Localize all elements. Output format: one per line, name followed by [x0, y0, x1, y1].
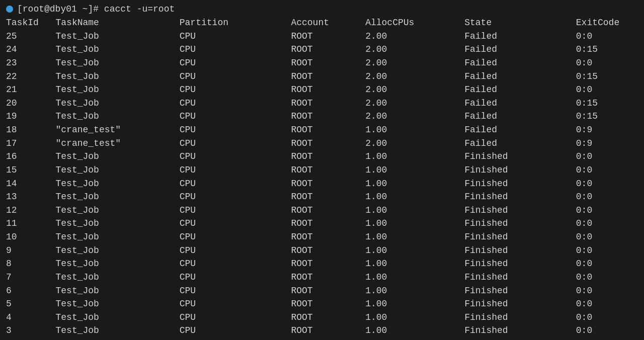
cell-exitcode: 0:0	[576, 257, 638, 271]
cell-alloccpus: 1.00	[365, 204, 464, 217]
cell-state: Failed	[464, 137, 576, 150]
cell-account: ROOT	[291, 150, 365, 163]
cell-exitcode: 0:9	[576, 123, 638, 137]
cell-partition: CPU	[180, 271, 291, 284]
cell-alloccpus: 1.00	[365, 244, 464, 258]
table-row: 7Test_JobCPUROOT1.00Finished0:0	[6, 271, 638, 284]
cell-alloccpus: 1.00	[365, 230, 464, 244]
cell-account: ROOT	[291, 257, 365, 271]
cell-taskid: 25	[6, 30, 56, 43]
cell-alloccpus: 1.00	[365, 297, 464, 311]
cell-alloccpus: 1.00	[365, 177, 464, 191]
cell-exitcode: 0:0	[576, 56, 638, 70]
table-row: 25Test_JobCPUROOT2.00Failed0:0	[6, 30, 638, 43]
cell-taskid: 16	[6, 150, 56, 163]
cell-partition: CPU	[180, 284, 291, 298]
cell-taskname: Test_Job	[56, 190, 180, 204]
cell-account: ROOT	[291, 244, 365, 258]
cell-exitcode: 0:0	[576, 177, 638, 191]
cell-account: ROOT	[291, 230, 365, 244]
cell-account: ROOT	[291, 163, 365, 177]
cell-taskname: Test_Job	[56, 56, 180, 70]
cell-exitcode: 0:15	[576, 97, 638, 110]
cell-partition: CPU	[180, 190, 291, 204]
table-row: 9Test_JobCPUROOT1.00Finished0:0	[6, 244, 638, 258]
cell-state: Finished	[464, 163, 576, 177]
cell-taskname: Test_Job	[56, 244, 180, 258]
cell-exitcode: 0:0	[576, 324, 638, 337]
table-row: 15Test_JobCPUROOT1.00Finished0:0	[6, 163, 638, 177]
cell-taskid: 20	[6, 97, 56, 110]
cell-exitcode: 0:9	[576, 137, 638, 150]
table-row: 5Test_JobCPUROOT1.00Finished0:0	[6, 297, 638, 311]
cell-taskid: 13	[6, 190, 56, 204]
cell-taskname: "crane_test"	[56, 123, 180, 137]
cell-account: ROOT	[291, 137, 365, 150]
cell-exitcode: 0:0	[576, 311, 638, 324]
cell-alloccpus: 2.00	[365, 70, 464, 83]
cell-taskname: Test_Job	[56, 204, 180, 217]
cell-taskid: 5	[6, 297, 56, 311]
cell-account: ROOT	[291, 70, 365, 83]
cell-alloccpus: 2.00	[365, 137, 464, 150]
cell-account: ROOT	[291, 83, 365, 97]
table-row: 19Test_JobCPUROOT2.00Failed0:15	[6, 110, 638, 123]
cell-alloccpus: 1.00	[365, 123, 464, 137]
cell-taskname: Test_Job	[56, 177, 180, 191]
cell-partition: CPU	[180, 217, 291, 230]
cell-account: ROOT	[291, 311, 365, 324]
cell-state: Failed	[464, 97, 576, 110]
cell-alloccpus: 1.00	[365, 150, 464, 163]
cell-partition: CPU	[180, 30, 291, 43]
table-row: 16Test_JobCPUROOT1.00Finished0:0	[6, 150, 638, 163]
col-header-taskname: TaskName	[56, 16, 180, 30]
cell-partition: CPU	[180, 204, 291, 217]
cell-account: ROOT	[291, 284, 365, 298]
cell-state: Finished	[464, 230, 576, 244]
cell-exitcode: 0:0	[576, 284, 638, 298]
cell-taskname: Test_Job	[56, 163, 180, 177]
cell-state: Failed	[464, 83, 576, 97]
cell-account: ROOT	[291, 177, 365, 191]
job-table: TaskId TaskName Partition Account AllocC…	[6, 16, 638, 337]
cell-taskname: Test_Job	[56, 324, 180, 337]
cell-taskid: 8	[6, 257, 56, 271]
table-row: 10Test_JobCPUROOT1.00Finished0:0	[6, 230, 638, 244]
cell-account: ROOT	[291, 271, 365, 284]
col-header-exitcode: ExitCode	[576, 16, 638, 30]
cell-alloccpus: 2.00	[365, 56, 464, 70]
table-row: 11Test_JobCPUROOT1.00Finished0:0	[6, 217, 638, 230]
table-row: 22Test_JobCPUROOT2.00Failed0:15	[6, 70, 638, 83]
cell-partition: CPU	[180, 137, 291, 150]
col-header-alloccpus: AllocCPUs	[365, 16, 464, 30]
cell-account: ROOT	[291, 190, 365, 204]
status-dot	[6, 6, 13, 13]
cell-taskname: Test_Job	[56, 110, 180, 123]
cell-taskid: 22	[6, 70, 56, 83]
cell-exitcode: 0:15	[576, 70, 638, 83]
cell-taskname: Test_Job	[56, 70, 180, 83]
cell-taskid: 6	[6, 284, 56, 298]
cell-state: Failed	[464, 70, 576, 83]
cell-taskname: Test_Job	[56, 297, 180, 311]
table-row: 8Test_JobCPUROOT1.00Finished0:0	[6, 257, 638, 271]
cell-partition: CPU	[180, 123, 291, 137]
cell-state: Failed	[464, 56, 576, 70]
cell-taskname: Test_Job	[56, 284, 180, 298]
col-header-state: State	[464, 16, 576, 30]
cell-account: ROOT	[291, 324, 365, 337]
cell-alloccpus: 2.00	[365, 110, 464, 123]
cell-state: Finished	[464, 271, 576, 284]
cell-account: ROOT	[291, 43, 365, 56]
cell-exitcode: 0:0	[576, 190, 638, 204]
cell-partition: CPU	[180, 83, 291, 97]
col-header-account: Account	[291, 16, 365, 30]
cell-exitcode: 0:15	[576, 110, 638, 123]
cell-exitcode: 0:0	[576, 244, 638, 258]
cell-partition: CPU	[180, 230, 291, 244]
cell-exitcode: 0:0	[576, 163, 638, 177]
cell-account: ROOT	[291, 97, 365, 110]
cell-exitcode: 0:0	[576, 204, 638, 217]
cell-taskid: 4	[6, 311, 56, 324]
cell-alloccpus: 1.00	[365, 190, 464, 204]
